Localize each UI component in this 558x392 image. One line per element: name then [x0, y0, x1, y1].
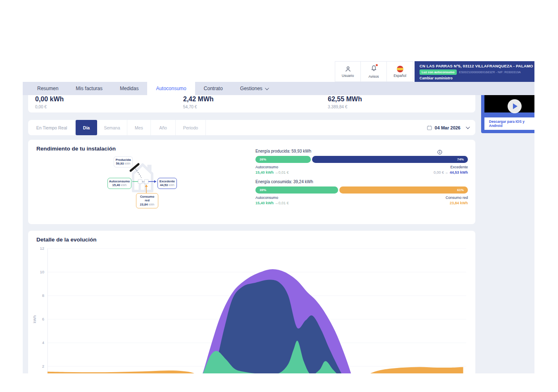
- period-tab-ano[interactable]: Año: [151, 120, 176, 135]
- info-icon[interactable]: [437, 149, 442, 156]
- stat-item: 2,42 MWh 54,70 €: [183, 96, 214, 109]
- stat-value: 62,55 MWh: [328, 96, 362, 103]
- svg-text:10: 10: [40, 270, 44, 274]
- segment-percent: 61%: [457, 188, 464, 192]
- date-picker-value: 04 Mar 2026: [435, 125, 460, 130]
- produced-label: Producida: [115, 158, 131, 162]
- stat-cost: 0,00 €: [35, 105, 64, 109]
- period-selector-card: En Tiempo Real Día Semana Mes Año Period…: [28, 120, 475, 135]
- surplus-label: Excedente: [159, 179, 176, 183]
- tab-gestiones[interactable]: Gestiones: [231, 82, 277, 95]
- produced-selfuse-segment: 26%: [255, 156, 311, 163]
- evolution-title: Detalle de la evolución: [36, 237, 97, 243]
- surplus-value: 44,53: [160, 183, 168, 187]
- period-tab-dia[interactable]: Día: [76, 120, 97, 135]
- stat-value: 2,42 MWh: [183, 96, 214, 103]
- date-picker[interactable]: 04 Mar 2026: [427, 120, 469, 135]
- period-tab-mes[interactable]: Mes: [127, 120, 151, 135]
- stat-item: 0,00 kWh 0,00 €: [35, 96, 64, 109]
- supply-type-badge: Luz con autoconsumo: [420, 69, 457, 75]
- tab-resumen[interactable]: Resumen: [29, 82, 67, 95]
- svg-text:kWh: kWh: [32, 316, 37, 323]
- main-nav: Resumen Mis facturas Medidas Autoconsumo…: [23, 82, 534, 95]
- supply-cups: ES0021000000691683ZR - NIF: R0300319A: [459, 70, 521, 74]
- grid-label-box: Consumo red 23,84 kWh: [136, 193, 158, 208]
- produced-value: 59,93: [116, 162, 124, 165]
- selfuse-label-box: Autoconsumo 15,40 kWh: [107, 178, 131, 189]
- user-icon: [345, 66, 351, 72]
- legend-left-extra: →0,01 €: [275, 170, 289, 174]
- consumed-bar-legend: Autoconsumo 15,40 kWh →0,01 € Consumo re…: [255, 196, 468, 205]
- period-tab-semana[interactable]: Semana: [97, 120, 127, 135]
- performance-title: Rendimiento de tu instalación: [36, 146, 116, 152]
- chevron-down-icon: [466, 125, 470, 129]
- stat-item: 62,55 MWh 3.389,84 €: [328, 96, 362, 109]
- produced-surplus-segment: 74%: [312, 156, 468, 163]
- supply-address: CN LAS PARRAS Nº5, 03112 VILLAFRANQUEZA …: [420, 64, 529, 68]
- notifications-label: Avisos: [369, 74, 379, 79]
- tab-gestiones-label: Gestiones: [240, 86, 262, 91]
- notification-dot: [376, 64, 378, 66]
- arrow-head: [154, 180, 156, 183]
- spain-flag-icon: [397, 66, 403, 72]
- language-button[interactable]: Español: [386, 61, 413, 82]
- user-menu-button[interactable]: Usuario: [335, 61, 361, 82]
- stat-cost: 54,70 €: [183, 105, 214, 109]
- consumed-bar: 39% 61%: [255, 186, 468, 194]
- legend-right-value: 23,84 kWh: [450, 201, 468, 205]
- svg-text:2: 2: [42, 364, 44, 368]
- surplus-unit: kWh: [169, 184, 174, 186]
- tab-medidas[interactable]: Medidas: [111, 82, 147, 95]
- calendar-icon: [427, 125, 432, 130]
- produced-bar-title: Energía producida: 59,93 kWh: [255, 149, 468, 153]
- evolution-card: Detalle de la evolución 24681012kWh: [28, 231, 475, 392]
- user-menu-label: Usuario: [342, 74, 354, 78]
- svg-text:4: 4: [42, 340, 44, 345]
- stat-cost: 3.389,84 €: [328, 105, 362, 109]
- produced-unit: kWh: [124, 162, 130, 165]
- meter-node: [138, 179, 142, 184]
- produced-bar: 26% 74%: [255, 156, 468, 163]
- svg-text:8: 8: [42, 293, 44, 298]
- legend-left-value: 15,40 kWh: [255, 170, 274, 174]
- selfuse-label: Autoconsumo: [109, 179, 130, 183]
- tab-mis-facturas[interactable]: Mis facturas: [67, 82, 111, 95]
- consumed-bar-title: Energía consumida: 39,24 kWh: [255, 179, 468, 184]
- performance-card: Rendimiento de tu instalación Producida …: [28, 140, 475, 224]
- surplus-label-box: Excedente 44,53 kWh: [157, 178, 177, 189]
- change-supply-link[interactable]: Cambiar suministro: [420, 76, 529, 80]
- tab-contrato[interactable]: Contrato: [195, 82, 231, 95]
- tab-autoconsumo[interactable]: Autoconsumo: [147, 82, 195, 95]
- legend-left-value: 15,40 kWh: [255, 201, 274, 205]
- notifications-button[interactable]: Avisos: [360, 61, 387, 82]
- produced-label-box: Producida 59,93 kWh: [114, 156, 133, 167]
- period-tab-tiempo-real[interactable]: En Tiempo Real: [28, 120, 76, 135]
- consumed-selfuse-segment: 39%: [255, 186, 338, 194]
- supply-info-box: CN LAS PARRAS Nº5, 03112 VILLAFRANQUEZA …: [415, 61, 534, 82]
- svg-text:6: 6: [42, 317, 44, 321]
- video-player[interactable]: [484, 95, 534, 112]
- legend-right-prefix: 0,00 € ←: [434, 170, 449, 174]
- legend-left-extra: →0,01 €: [275, 201, 289, 205]
- consumed-grid-segment: 61%: [339, 186, 468, 194]
- download-app-link[interactable]: Descargar para IOS y Android: [484, 117, 534, 130]
- svg-text:12: 12: [40, 246, 44, 251]
- selfuse-unit: kWh: [121, 184, 126, 186]
- period-tab-periodo[interactable]: Periodo: [176, 120, 206, 135]
- legend-right-value: 44,53 kWh: [450, 170, 468, 174]
- grid-label: Consumo red: [137, 195, 157, 203]
- play-button[interactable]: [508, 99, 522, 113]
- legend-left-name: Autoconsumo: [255, 165, 289, 169]
- produced-bar-legend: Autoconsumo 15,40 kWh →0,01 € Excedente …: [255, 165, 468, 174]
- meter-node: [144, 179, 148, 184]
- download-app-label: Descargar para IOS y Android: [489, 120, 534, 128]
- chevron-down-icon: [265, 86, 269, 90]
- grid-unit: kWh: [148, 203, 154, 206]
- evolution-chart-svg[interactable]: 24681012kWh: [31, 246, 469, 373]
- language-label: Español: [393, 74, 406, 78]
- segment-percent: 26%: [260, 158, 266, 161]
- selfuse-value: 15,40: [112, 183, 120, 187]
- energy-bars-section: Energía producida: 59,93 kWh 26% 74% Aut…: [255, 149, 468, 205]
- legend-right-name: Excedente: [434, 165, 468, 169]
- play-icon: [513, 103, 517, 109]
